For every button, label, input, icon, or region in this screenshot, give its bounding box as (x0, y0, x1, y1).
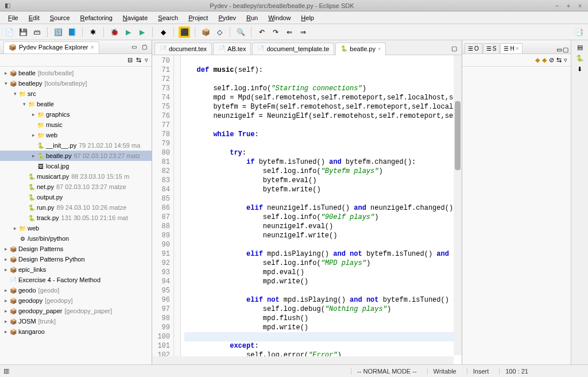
outline-filter-icon[interactable]: ◆ (542, 56, 547, 64)
save-all-button[interactable]: 🗃 (31, 26, 42, 38)
outline-content (462, 67, 571, 364)
link-editor-icon[interactable]: ⇆ (136, 56, 141, 64)
outline-menu-icon[interactable]: ▿ (564, 56, 567, 64)
tree-item[interactable]: ▸🐍beatle.py87 02.03.10 23:27 matz (0, 151, 152, 161)
close-tab-icon[interactable]: × (90, 44, 94, 51)
fast-view-bar-icon[interactable]: ▥ (3, 367, 9, 375)
close-icon[interactable]: × (577, 2, 583, 9)
perspective-pydev-icon[interactable]: 🐍 (576, 55, 584, 62)
tree-item[interactable]: 🐍net.py87 02.03.10 23:27 matze (0, 182, 152, 192)
perspective-button[interactable]: 📑 (573, 26, 585, 38)
tree-item[interactable]: ▸📦beatle[tools/beatle] (0, 68, 152, 78)
menu-refactoring[interactable]: Refactoring (76, 13, 117, 22)
outline-link-icon[interactable]: ⇆ (556, 56, 562, 64)
tree-item[interactable]: ▾📁beatle (0, 99, 152, 109)
outline-tab[interactable]: ☰S (483, 43, 500, 53)
tree-item[interactable]: ▸📁graphics (0, 109, 152, 120)
horizontal-scrollbar[interactable] (152, 356, 454, 364)
app-icon: ◧ (5, 2, 10, 9)
editor-tab[interactable]: 📄document.tex (154, 43, 212, 55)
editor-tab[interactable]: 📄AB.tex (213, 43, 251, 55)
maximize-view-icon[interactable]: ▢ (140, 43, 148, 51)
tree-item[interactable]: ▸📦Design Patterns (0, 244, 152, 254)
tree-item[interactable]: ▸📁web (0, 130, 152, 140)
outline-tab[interactable]: ☰H × (500, 43, 522, 53)
tree-item[interactable]: 📄Excercise 4 - Factory Method (0, 275, 152, 285)
minimize-view-icon[interactable]: ▭ (130, 43, 138, 51)
new-class-button[interactable]: ◆ (157, 26, 169, 38)
mark-button[interactable]: ✱ (87, 26, 99, 38)
menu-pydev[interactable]: Pydev (214, 13, 241, 22)
run-button[interactable]: ▶ (122, 26, 134, 38)
new-package-button[interactable]: 📦 (200, 26, 211, 38)
menu-edit[interactable]: Edit (24, 13, 44, 22)
run-last-button[interactable]: ▶ (136, 26, 148, 38)
editor-maximize-icon[interactable]: ▢ (449, 43, 459, 55)
menu-search[interactable]: Search (153, 13, 183, 22)
tree-item[interactable]: ▸📦JOSM[trunk] (0, 316, 152, 326)
tree-item[interactable]: 🖼local.jpg (0, 161, 152, 171)
menu-file[interactable]: File (3, 13, 23, 22)
vertical-scrollbar[interactable] (454, 55, 462, 355)
tree-item[interactable]: 🐍__init__.py79 21.02.10 14:59 ma (0, 140, 152, 151)
new-module-button[interactable]: ◇ (214, 26, 225, 38)
nav-back-button[interactable]: ⇐ (284, 26, 295, 38)
maximize-icon[interactable]: + (565, 2, 572, 9)
scrollbar-thumb[interactable] (455, 101, 461, 170)
skip-breakpoints-button[interactable]: ⬛ (179, 26, 190, 38)
tree-item[interactable]: ▸📦geodopy[geodopy] (0, 295, 152, 306)
tree-item[interactable]: 🐍run.py89 24.03.10 10:26 matze (0, 202, 152, 213)
tree-item[interactable]: ⚙/usr/bin/python (0, 233, 152, 244)
editor-tab-bar: 📄document.tex📄AB.tex📄document_template.t… (152, 40, 462, 55)
close-tab-icon[interactable]: × (378, 46, 381, 52)
tree-item[interactable]: ▸📁web (0, 223, 152, 233)
menu-window[interactable]: Window (264, 13, 295, 22)
collapse-all-icon[interactable]: ⊟ (127, 56, 133, 64)
editor-tab[interactable]: 📄document_template.te (252, 43, 334, 55)
package-explorer-tree[interactable]: ▸📦beatle[tools/beatle]▾📦beatlepy[tools/b… (0, 67, 152, 364)
outline-view-control-icon[interactable]: ▢ (563, 46, 568, 53)
package-explorer-tab[interactable]: 📦 Pydev Package Explorer × (3, 41, 99, 53)
fold-gutter[interactable] (174, 55, 181, 364)
outline-tab[interactable]: ☰O (465, 43, 482, 53)
tree-item[interactable]: ▸📦geodo[geodo] (0, 285, 152, 295)
menu-bar: FileEditSourceRefactoringNavigateSearchP… (0, 11, 588, 24)
menu-navigate[interactable]: Navigate (118, 13, 152, 22)
tree-item[interactable]: 📁music (0, 120, 152, 130)
tree-item[interactable]: 🐍musicart.py88 23.03.10 15:15 m (0, 171, 152, 182)
tree-item[interactable]: ▸📦kangaroo (0, 326, 152, 337)
tree-item[interactable]: 🐍output.py (0, 192, 152, 202)
minimize-icon[interactable]: − (554, 2, 560, 9)
view-menu-icon[interactable]: ▿ (145, 56, 148, 64)
forward-button[interactable]: ↷ (270, 26, 281, 38)
code-content[interactable]: def music(self): self.log.info("Starting… (181, 55, 462, 364)
tree-item[interactable]: ▾📁src (0, 89, 152, 99)
new-button[interactable]: 📄 (3, 26, 15, 38)
menu-source[interactable]: Source (45, 13, 75, 22)
tree-item[interactable]: ▾📦beatlepy[tools/beatlepy] (0, 78, 152, 89)
back-button[interactable]: ↶ (256, 26, 268, 38)
nav-forward-button[interactable]: ⇒ (297, 26, 309, 38)
outline-hide-icon[interactable]: ⊘ (549, 56, 554, 64)
main-toolbar: 📄 💾 🗃 🔢 📘 ✱ 🐞 ▶ ▶ ◆ ⬛ 📦 ◇ 🔍 ↶ ↷ ⇐ ⇒ 📑 (0, 24, 588, 40)
menu-help[interactable]: Help (296, 13, 319, 22)
editor-tab[interactable]: 🐍beatle.py × (335, 43, 386, 55)
save-button[interactable]: 💾 (17, 26, 29, 38)
tree-item[interactable]: 🐍track.py131 30.05.10 21:16 mat (0, 213, 152, 223)
tree-item[interactable]: ▸📦Design Patterns Python (0, 254, 152, 264)
menu-project[interactable]: Project (184, 13, 212, 22)
tree-item[interactable]: ▸📦geodopy_paper[geodopy_paper] (0, 306, 152, 316)
build-button[interactable]: 📘 (66, 26, 78, 38)
print-button[interactable]: 🔢 (52, 26, 64, 38)
status-mode: -- NORMAL MODE -- (351, 368, 422, 375)
package-icon: 📦 (9, 44, 17, 51)
perspective-other-icon[interactable]: ⬇ (577, 66, 582, 73)
debug-button[interactable]: 🐞 (109, 26, 120, 38)
outline-sort-icon[interactable]: ◆ (535, 56, 540, 64)
menu-run[interactable]: Run (242, 13, 262, 22)
search-button[interactable]: 🔍 (235, 26, 246, 38)
fast-view-icon[interactable]: ▤ (577, 44, 583, 51)
outline-view-control-icon[interactable]: ▭ (556, 46, 562, 53)
tree-item[interactable]: ▸📦epic_links (0, 264, 152, 275)
code-editor[interactable]: 7071727374757677787980818283848586878889… (152, 55, 462, 364)
